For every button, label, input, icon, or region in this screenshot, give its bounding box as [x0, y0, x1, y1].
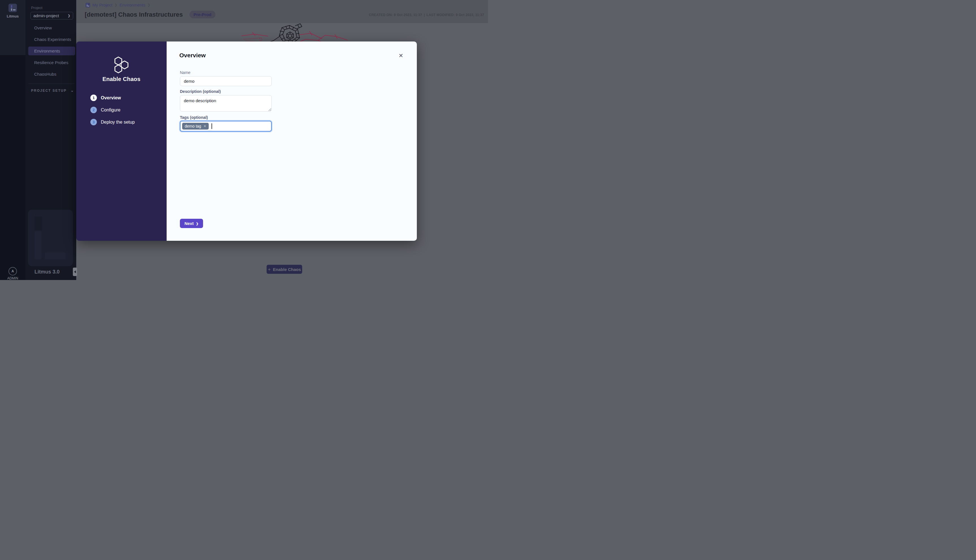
avatar-initial: A	[12, 269, 14, 273]
chevron-down-icon: ⌄	[71, 88, 74, 93]
wizard-step-configure[interactable]: 2 Configure	[90, 107, 135, 113]
project-selector-value: admin-project	[33, 13, 59, 18]
project-setup-toggle[interactable]: PROJECT SETUP ⌄	[31, 88, 74, 93]
litmus-watermark	[28, 210, 73, 266]
wizard-steps: 1 Overview 2 Configure 3 Deploy the setu…	[90, 95, 135, 131]
chevron-left-icon	[74, 270, 76, 273]
environment-type-badge: Pre-Prod	[190, 11, 215, 18]
chevron-right-icon: ❯	[148, 3, 150, 7]
breadcrumb-environments[interactable]: Environments	[120, 3, 145, 7]
sidebar-collapse-handle[interactable]	[73, 268, 77, 276]
tags-field[interactable]: demo tag ✕	[180, 121, 272, 132]
name-field[interactable]	[180, 76, 272, 86]
hexagons-logo-icon	[111, 56, 132, 74]
wizard-step-overview[interactable]: 1 Overview	[90, 95, 135, 101]
tags-label: Tags (optional)	[180, 115, 208, 120]
close-icon[interactable]: ✕	[399, 53, 403, 58]
user-role-label: ADMIN	[0, 276, 25, 280]
wizard-step-deploy[interactable]: 3 Deploy the setup	[90, 119, 135, 125]
chevron-right-icon: ❯	[196, 222, 199, 225]
plus-icon: +	[268, 267, 270, 272]
enable-chaos-button[interactable]: + Enable Chaos	[267, 265, 302, 274]
description-field[interactable]: demo description	[180, 95, 272, 112]
next-button-label: Next	[184, 221, 194, 226]
text-cursor	[212, 123, 212, 129]
sidebar-item-chaoshubs[interactable]: ChaosHubs	[28, 70, 75, 78]
breadcrumb-my-project[interactable]: My Project	[92, 3, 112, 7]
last-modified-text: LAST MODIFIED: 9 Oct 2023, 11:37	[426, 13, 484, 17]
version-label: Litmus 3.0	[35, 269, 60, 275]
sidebar-item-chaos-experiments[interactable]: Chaos Experiments	[28, 35, 75, 44]
chaos-graph-sketch	[237, 23, 356, 43]
page-title: [demotest] Chaos Infrastructures	[85, 11, 183, 18]
page-header: My Project ❯ Environments ❯ [demotest] C…	[76, 0, 488, 23]
sidebar-nav-column: Project admin-project ❯ Overview Chaos E…	[25, 0, 76, 280]
step-label: Deploy the setup	[101, 120, 135, 125]
name-label: Name	[180, 70, 190, 75]
litmus-favicon-icon	[85, 3, 90, 7]
created-on-text: CREATED ON: 9 Oct 2023, 11:37	[369, 13, 422, 17]
wizard-title: Enable Chaos	[76, 76, 167, 82]
step-label: Configure	[101, 108, 120, 113]
meta-separator: |	[424, 13, 425, 17]
step-number-badge: 2	[90, 107, 97, 113]
tag-remove-icon[interactable]: ✕	[204, 124, 206, 128]
sidebar-item-resilience-probes[interactable]: Resilience Probes	[28, 58, 75, 67]
sidebar-item-environments[interactable]: Environments	[28, 47, 75, 55]
user-avatar[interactable]: A	[8, 267, 17, 275]
sidebar-divider	[28, 83, 75, 84]
step-number-badge: 3	[90, 119, 97, 125]
sidebar-item-overview[interactable]: Overview	[28, 23, 75, 32]
breadcrumb: My Project ❯ Environments ❯	[85, 3, 150, 7]
step-label: Overview	[101, 95, 121, 100]
litmus-logo-icon[interactable]	[8, 4, 17, 12]
sidebar-nav-list: Overview Chaos Experiments Environments …	[25, 23, 76, 81]
timestamps-meta: CREATED ON: 9 Oct 2023, 11:37 | LAST MOD…	[369, 13, 484, 17]
project-label: Project	[31, 6, 42, 10]
overview-form-panel: Overview ✕ Name Description (optional) d…	[167, 42, 417, 241]
enable-chaos-button-label: Enable Chaos	[273, 267, 301, 272]
next-button[interactable]: Next ❯	[180, 219, 203, 228]
brand-label: Litmus	[0, 14, 25, 18]
tag-chip-text: demo tag	[185, 124, 201, 128]
sidebar-icon-column: Litmus A ADMIN	[0, 0, 25, 280]
project-setup-label: PROJECT SETUP	[31, 88, 67, 93]
enable-chaos-modal: Enable Chaos 1 Overview 2 Configure 3 De…	[76, 42, 417, 241]
modal-heading: Overview	[179, 52, 205, 59]
description-label: Description (optional)	[180, 89, 221, 94]
chevron-right-icon: ❯	[68, 14, 70, 18]
brand-tile: Litmus	[0, 0, 25, 55]
project-selector[interactable]: admin-project ❯	[30, 12, 73, 20]
tag-chip: demo tag ✕	[182, 123, 209, 130]
chevron-right-icon: ❯	[115, 3, 117, 7]
step-number-badge: 1	[90, 95, 97, 101]
wizard-side-panel: Enable Chaos 1 Overview 2 Configure 3 De…	[76, 42, 167, 241]
